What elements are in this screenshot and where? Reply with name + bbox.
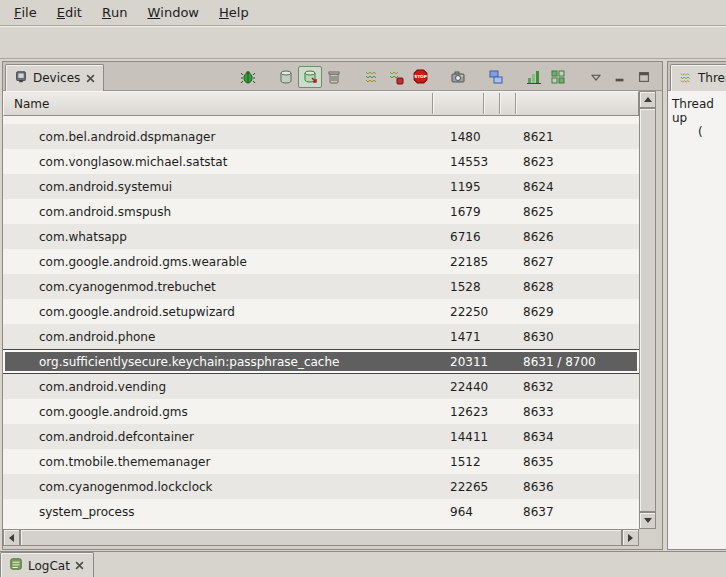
arrow-right-icon xyxy=(628,534,633,542)
device-process-row[interactable]: com.google.android.gms.wearable221858627 xyxy=(3,249,639,274)
scroll-down-button[interactable] xyxy=(639,512,656,529)
cell-name: com.google.android.setupwizard xyxy=(3,305,431,319)
horizontal-scrollbar-thumb[interactable] xyxy=(20,529,622,546)
ddms-window: FileEditRunWindowHelp Devices xyxy=(0,0,726,577)
threads-tabbar: Threads xyxy=(668,62,726,91)
menu-mnemonic: E xyxy=(57,5,65,20)
table-header: Name xyxy=(3,91,639,116)
cell-pid: 22440 xyxy=(431,380,514,394)
device-process-row[interactable]: com.whatsapp67168626 xyxy=(3,224,639,249)
minimize-icon[interactable] xyxy=(608,66,632,88)
device-process-row[interactable]: com.tmobile.thememanager15128635 xyxy=(3,449,639,474)
cell-pid: 22265 xyxy=(431,480,514,494)
cell-port: 8632 xyxy=(514,380,639,394)
device-process-row[interactable]: com.cyanogenmod.lockclock222658636 xyxy=(3,474,639,499)
devices-panel: Devices xyxy=(2,61,663,550)
cell-pid: 1480 xyxy=(431,130,514,144)
update-threads-icon[interactable] xyxy=(360,66,384,88)
tab-threads[interactable]: Threads xyxy=(670,64,726,91)
devices-view-toolbar: STOP xyxy=(236,64,656,89)
threads-panel: Threads Thread up ( xyxy=(667,61,726,550)
cell-name: com.whatsapp xyxy=(3,230,431,244)
stop-process-icon[interactable]: STOP xyxy=(408,66,432,88)
device-process-row[interactable]: com.google.android.setupwizard222508629 xyxy=(3,299,639,324)
column-header-name[interactable]: Name xyxy=(14,92,49,115)
cell-port: 8635 xyxy=(514,455,639,469)
scroll-up-button[interactable] xyxy=(639,91,656,108)
cell-name: com.google.android.gms xyxy=(3,405,431,419)
column-divider[interactable] xyxy=(499,93,501,114)
close-icon[interactable] xyxy=(85,73,95,83)
arrow-left-icon xyxy=(9,534,14,542)
cell-name: com.android.defcontainer xyxy=(3,430,431,444)
partially-visible-row xyxy=(3,116,639,124)
device-process-row[interactable]: com.bel.android.dspmanager14808621 xyxy=(3,124,639,149)
start-method-profiling-icon[interactable] xyxy=(384,66,408,88)
menu-mnemonic: H xyxy=(219,5,229,20)
device-process-row[interactable]: com.android.smspush16798625 xyxy=(3,199,639,224)
cell-name: com.bel.android.dspmanager xyxy=(3,130,431,144)
cell-name: system_process xyxy=(3,505,431,519)
view-menu-icon[interactable] xyxy=(584,66,608,88)
threads-icon xyxy=(679,70,693,87)
cell-port: 8625 xyxy=(514,205,639,219)
menubar: FileEditRunWindowHelp xyxy=(0,0,726,26)
maximize-icon[interactable] xyxy=(632,66,656,88)
menu-item-file[interactable]: File xyxy=(4,0,47,25)
tab-logcat[interactable]: LogCat xyxy=(0,552,94,577)
column-divider[interactable] xyxy=(432,93,434,114)
debug-process-icon[interactable] xyxy=(236,66,260,88)
column-divider[interactable] xyxy=(515,93,517,114)
start-opengl-trace-icon[interactable] xyxy=(546,66,570,88)
devices-table-body: com.bel.android.dspmanager14808621com.vo… xyxy=(3,116,639,529)
arrow-up-icon xyxy=(644,97,652,102)
cell-port: 8636 xyxy=(514,480,639,494)
scroll-right-button[interactable] xyxy=(622,529,639,546)
device-process-row[interactable]: com.android.phone14718630 xyxy=(3,324,639,349)
device-process-row[interactable]: com.cyanogenmod.trebuchet15288628 xyxy=(3,274,639,299)
device-process-row[interactable]: com.google.android.gms126238633 xyxy=(3,399,639,424)
column-divider[interactable] xyxy=(483,93,485,114)
cell-pid: 964 xyxy=(431,505,514,519)
cell-pid: 14553 xyxy=(431,155,514,169)
menu-item-edit[interactable]: Edit xyxy=(47,0,92,25)
cell-pid: 22250 xyxy=(431,305,514,319)
dump-view-hierarchy-icon[interactable] xyxy=(484,66,508,88)
device-process-row-selected[interactable]: org.sufficientlysecure.keychain:passphra… xyxy=(3,349,639,374)
device-process-row[interactable]: com.android.systemui11958624 xyxy=(3,174,639,199)
scrollbar-corner xyxy=(639,529,656,546)
cell-port: 8624 xyxy=(514,180,639,194)
update-heap-icon[interactable] xyxy=(274,66,298,88)
cell-port: 8621 xyxy=(514,130,639,144)
menu-item-help[interactable]: Help xyxy=(209,0,259,25)
main-toolbar xyxy=(0,26,726,59)
screen-capture-icon[interactable] xyxy=(446,66,470,88)
dump-hprof-icon[interactable] xyxy=(298,66,322,88)
tab-devices[interactable]: Devices xyxy=(5,64,104,91)
close-icon[interactable] xyxy=(75,561,85,571)
tab-logcat-label: LogCat xyxy=(28,559,70,573)
cell-name: com.google.android.gms.wearable xyxy=(3,255,431,269)
menu-mnemonic: F xyxy=(14,5,21,20)
capture-systrace-icon[interactable] xyxy=(522,66,546,88)
cell-name: com.android.vending xyxy=(3,380,431,394)
cell-pid: 1471 xyxy=(431,330,514,344)
device-process-row[interactable]: system_process9648637 xyxy=(3,499,639,524)
cell-pid: 20311 xyxy=(431,355,514,369)
horizontal-scrollbar[interactable] xyxy=(3,529,639,546)
device-process-row[interactable]: com.vonglasow.michael.satstat145538623 xyxy=(3,149,639,174)
cell-pid: 6716 xyxy=(431,230,514,244)
cell-name: com.cyanogenmod.lockclock xyxy=(3,480,431,494)
cell-name: org.sufficientlysecure.keychain:passphra… xyxy=(3,355,431,369)
menu-item-window[interactable]: Window xyxy=(137,0,209,25)
cell-pid: 1528 xyxy=(431,280,514,294)
cause-gc-icon[interactable] xyxy=(322,66,346,88)
tab-threads-label: Threads xyxy=(698,71,726,85)
vertical-scrollbar-thumb[interactable] xyxy=(639,108,656,512)
menu-item-run[interactable]: Run xyxy=(92,0,138,25)
scroll-left-button[interactable] xyxy=(3,529,20,546)
device-process-row[interactable]: com.android.vending224408632 xyxy=(3,374,639,399)
vertical-scrollbar[interactable] xyxy=(639,91,656,529)
device-process-row[interactable]: com.android.defcontainer144118634 xyxy=(3,424,639,449)
devices-tabbar: Devices xyxy=(3,62,662,91)
